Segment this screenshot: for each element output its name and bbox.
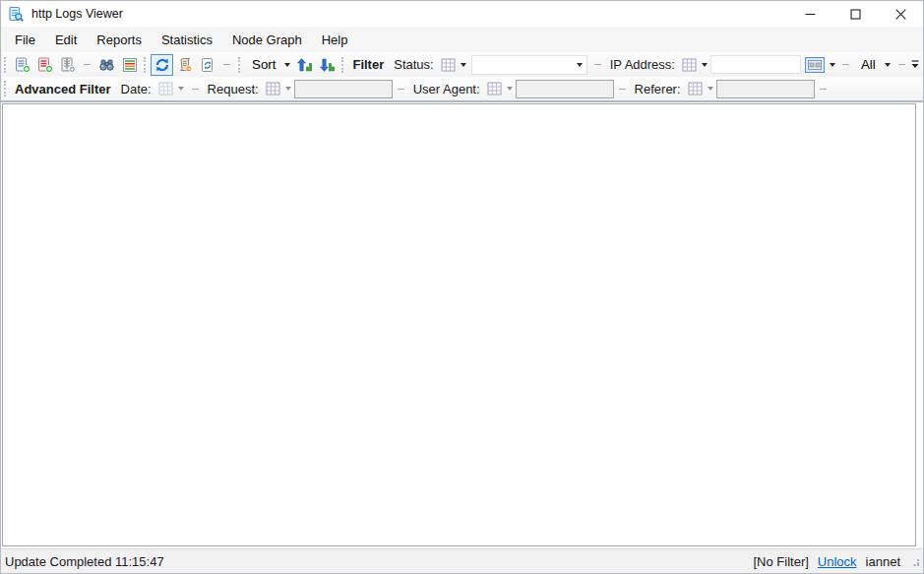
- toolbar-separator: [398, 89, 404, 90]
- status-grid-picker[interactable]: [438, 54, 469, 76]
- unlock-link[interactable]: Unlock: [818, 554, 857, 569]
- toolbar-grip[interactable]: [238, 57, 241, 73]
- scope-dropdown[interactable]: All: [854, 54, 893, 76]
- menu-bar: File Edit Reports Statistics Node Graph …: [1, 27, 923, 52]
- menu-statistics[interactable]: Statistics: [152, 27, 222, 52]
- toolbar-separator: [594, 64, 601, 65]
- script-log-icon: [177, 57, 193, 73]
- caption-buttons: [787, 1, 923, 27]
- minimize-button[interactable]: [787, 1, 832, 27]
- grid-picker-icon: [266, 82, 280, 96]
- toolbar-overflow-icon: [911, 60, 919, 70]
- grid-picker-icon: [158, 82, 173, 96]
- search-button[interactable]: [95, 54, 118, 76]
- toolbar-overflow-button[interactable]: [908, 53, 922, 76]
- toolbar-separator: [619, 89, 626, 90]
- reload-file-button[interactable]: [196, 54, 218, 76]
- add-access-log-icon: [15, 57, 31, 73]
- filter-label: Filter: [348, 57, 390, 72]
- ip-display-toggle[interactable]: [803, 54, 837, 76]
- referer-filter-input[interactable]: [716, 80, 815, 98]
- toolbar-grip[interactable]: [4, 57, 7, 73]
- add-zip-log-button[interactable]: [56, 54, 79, 76]
- status-label: Status:: [390, 57, 437, 72]
- sort-descending-icon: [320, 57, 336, 73]
- chevron-down-icon: [178, 87, 184, 91]
- request-filter-input[interactable]: [294, 80, 393, 98]
- user-agent-grid-picker[interactable]: [484, 78, 516, 99]
- toolbar-separator: [820, 89, 827, 90]
- ip-display-toggle-icon: [805, 57, 825, 73]
- maximize-icon: [850, 9, 861, 20]
- ip-address-label: IP Address:: [606, 57, 679, 72]
- referer-label: Referer:: [631, 82, 685, 96]
- sort-dropdown[interactable]: Sort: [245, 54, 293, 76]
- title-bar: http Logs Viewer: [1, 1, 923, 27]
- close-button[interactable]: [878, 1, 923, 27]
- grid-picker-icon: [441, 58, 456, 72]
- highlight-rows-button[interactable]: [118, 54, 141, 76]
- user-label: iannet: [866, 554, 900, 569]
- highlight-rows-icon: [122, 57, 138, 73]
- ip-grid-picker[interactable]: [679, 54, 710, 76]
- toolbar-separator: [842, 64, 849, 65]
- window-title: http Logs Viewer: [31, 7, 123, 21]
- script-log-button[interactable]: [173, 54, 196, 76]
- add-error-log-button[interactable]: [33, 54, 56, 76]
- chevron-down-icon: [708, 87, 713, 91]
- user-agent-filter-input[interactable]: [516, 80, 614, 98]
- main-toolbar: Sort Filter Status:: [1, 52, 923, 77]
- add-zip-log-icon: [60, 57, 76, 73]
- status-combobox[interactable]: [471, 55, 587, 75]
- menu-edit[interactable]: Edit: [45, 27, 87, 52]
- sort-ascending-button[interactable]: [293, 54, 316, 76]
- minimize-icon: [805, 9, 816, 20]
- toolbar-grip[interactable]: [341, 57, 344, 73]
- chevron-down-icon: [702, 63, 708, 67]
- reload-file-icon: [200, 57, 216, 73]
- log-list-panel[interactable]: [2, 103, 916, 546]
- sort-ascending-icon: [297, 57, 313, 73]
- status-message: Update Completed 11:15:47: [5, 554, 164, 569]
- chevron-down-icon: [507, 87, 513, 91]
- grid-picker-icon: [682, 58, 697, 72]
- chevron-down-icon: [461, 63, 466, 67]
- user-agent-label: User Agent:: [409, 82, 484, 96]
- toolbar-grip[interactable]: [4, 81, 7, 96]
- ip-address-input[interactable]: [710, 55, 801, 74]
- grid-picker-icon: [688, 82, 703, 96]
- menu-node-graph[interactable]: Node Graph: [222, 27, 312, 52]
- auto-refresh-button[interactable]: [151, 54, 173, 76]
- chevron-down-icon: [885, 63, 891, 67]
- request-grid-picker[interactable]: [263, 78, 294, 99]
- menu-file[interactable]: File: [5, 27, 45, 52]
- menu-help[interactable]: Help: [312, 27, 358, 52]
- binoculars-search-icon: [98, 57, 115, 73]
- menu-reports[interactable]: Reports: [87, 27, 152, 52]
- toolbar-grip[interactable]: [144, 57, 147, 73]
- resize-grip-icon: [909, 557, 920, 568]
- request-label: Request:: [204, 82, 263, 96]
- resize-grip[interactable]: [909, 556, 920, 567]
- sort-label: Sort: [248, 57, 279, 72]
- toolbar-separator: [192, 89, 199, 90]
- advanced-filter-toolbar: Advanced Filter Date: Request:: [1, 77, 923, 102]
- toolbar-separator: [898, 64, 905, 65]
- referer-grid-picker[interactable]: [685, 78, 716, 99]
- close-icon: [895, 9, 906, 20]
- toolbar-separator: [223, 64, 230, 65]
- status-bar: Update Completed 11:15:47 [No Filter] Un…: [1, 548, 923, 573]
- toolbar-separator: [84, 64, 91, 65]
- chevron-down-icon: [285, 87, 291, 91]
- app-window: http Logs Viewer File Edit Reports Stati…: [0, 0, 924, 574]
- maximize-button[interactable]: [832, 1, 878, 27]
- grid-picker-icon: [487, 82, 502, 96]
- add-access-log-button[interactable]: [11, 54, 33, 76]
- chevron-down-icon: [830, 63, 835, 67]
- chevron-down-icon: [284, 63, 290, 67]
- filter-state-label: [No Filter]: [753, 554, 808, 569]
- app-icon: [8, 6, 25, 23]
- date-grid-picker[interactable]: [155, 78, 187, 99]
- sort-descending-button[interactable]: [316, 54, 339, 76]
- date-label: Date:: [117, 82, 155, 96]
